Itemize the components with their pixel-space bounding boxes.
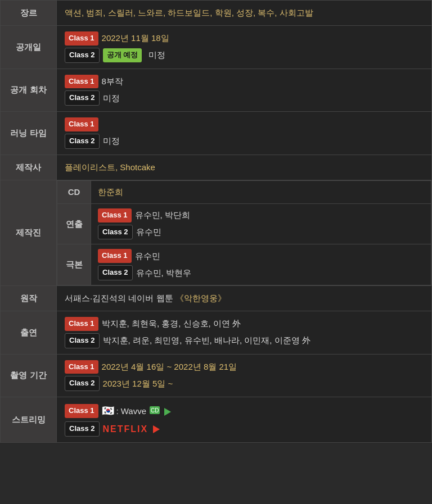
script-value: Class 1 유수민 Class 2 유수민, 박현우	[91, 244, 431, 285]
yeonyul-class2-text: 유수민	[136, 225, 161, 239]
cd-value: 한준희	[91, 180, 431, 203]
filming-class2-line: Class 2 2023년 12월 5일 ~	[65, 376, 424, 391]
filming-class1-line: Class 1 2022년 4월 16일 ~ 2022년 8월 21일	[65, 360, 424, 374]
runtime-row: 러닝 타임 Class 1 Class 2 미정	[1, 112, 432, 155]
link-icon[interactable]: CD	[150, 405, 160, 418]
wavve-play-arrow	[163, 405, 171, 418]
original-row: 원작 서패스·김진석의 네이버 웹툰 《악한영웅》	[1, 285, 432, 311]
studio-label: 제작사	[1, 155, 57, 180]
cast-class1-text: 박지훈, 최현욱, 홍경, 신승호, 이연 外	[102, 317, 241, 330]
original-label: 원작	[1, 285, 57, 311]
script-label: 극본	[57, 244, 91, 285]
cd-label: CD	[57, 180, 91, 203]
episodes-class1-text: 8부작	[102, 75, 123, 88]
cast-class2-text: 박지훈, 려운, 최민영, 유수빈, 배나라, 이민재, 이준영 外	[103, 334, 310, 347]
filming-value: Class 1 2022년 4월 16일 ~ 2022년 8월 21일 Clas…	[57, 354, 432, 397]
wavve-label: Wavve	[121, 405, 146, 418]
kr-flag-icon: 🇰🇷	[102, 403, 114, 419]
netflix-play-arrow	[151, 422, 160, 435]
class1-badge-stream: Class 1	[65, 404, 98, 418]
release-class1-text: 2022년 11월 18일	[102, 31, 169, 45]
class1-badge-yy: Class 1	[98, 208, 132, 223]
jejakjin-inner-table: CD 한준희 연출 Class 1 유수민, 박단희 Class 2	[57, 180, 431, 285]
filming-class1-text: 2022년 4월 16일 ~ 2022년 8월 21일	[102, 360, 237, 374]
class2-badge-sc: Class 2	[98, 265, 133, 280]
script-class1-text: 유수민	[135, 249, 160, 263]
runtime-label: 러닝 타임	[1, 112, 57, 155]
episodes-label: 공개 회차	[1, 69, 57, 112]
class2-badge-ep: Class 2	[65, 90, 100, 106]
streaming-value: Class 1 🇰🇷 : Wavve CD Class 2 NETFLIX	[57, 397, 432, 443]
studio-value: 플레이리스트, Shotcake	[57, 155, 432, 180]
release-class1-line: Class 1 2022년 11월 18일	[65, 31, 424, 46]
filming-label: 촬영 기간	[1, 354, 57, 397]
episodes-row: 공개 회차 Class 1 8부작 Class 2 미정	[1, 69, 432, 112]
class2-badge-yy: Class 2	[98, 225, 133, 240]
cast-class1-line: Class 1 박지훈, 최현욱, 홍경, 신승호, 이연 外	[65, 317, 424, 331]
yeonyul-class2-line: Class 2 유수민	[98, 225, 424, 240]
class2-badge-rt: Class 2	[65, 134, 100, 149]
filming-row: 촬영 기간 Class 1 2022년 4월 16일 ~ 2022년 8월 21…	[1, 354, 432, 397]
episodes-value: Class 1 8부작 Class 2 미정	[57, 69, 432, 112]
class1-badge-film: Class 1	[65, 360, 98, 374]
episodes-class1-line: Class 1 8부작	[65, 75, 424, 89]
class1-badge-cast: Class 1	[65, 317, 98, 331]
netflix-label: NETFLIX	[103, 422, 148, 437]
filming-class2-text: 2023년 12월 5일 ~	[103, 377, 173, 391]
studio-row: 제작사 플레이리스트, Shotcake	[1, 155, 432, 180]
script-class2-text: 유수민, 박현우	[136, 266, 191, 280]
script-row: 극본 Class 1 유수민 Class 2 유수민, 박현우	[57, 244, 431, 285]
genre-value: 액션, 범죄, 스릴러, 느와르, 하드보일드, 학원, 성장, 복수, 사회고…	[57, 1, 432, 26]
release-row: 공개일 Class 1 2022년 11월 18일 Class 2 공개 예정 …	[1, 26, 432, 69]
jejakjin-value: CD 한준희 연출 Class 1 유수민, 박단희 Class 2	[57, 180, 432, 285]
runtime-class1-line: Class 1	[65, 117, 424, 131]
cd-row: CD 한준희	[57, 180, 431, 203]
svg-text:CD: CD	[151, 407, 159, 414]
streaming-row: 스트리밍 Class 1 🇰🇷 : Wavve CD	[1, 397, 432, 443]
script-class2-line: Class 2 유수민, 박현우	[98, 265, 424, 280]
class2-badge-stream: Class 2	[65, 421, 100, 437]
original-title: 《악한영웅》	[176, 293, 226, 303]
cast-row: 출연 Class 1 박지훈, 최현욱, 홍경, 신승호, 이연 外 Class…	[1, 311, 432, 354]
release-label: 공개일	[1, 26, 57, 69]
runtime-value: Class 1 Class 2 미정	[57, 112, 432, 155]
runtime-class2-text: 미정	[103, 134, 120, 148]
yeonyul-row: 연출 Class 1 유수민, 박단희 Class 2 유수민	[57, 203, 431, 244]
runtime-class2-line: Class 2 미정	[65, 134, 424, 149]
jejakjin-label: 제작진	[1, 180, 57, 285]
cd-name: 한준희	[98, 187, 123, 197]
episodes-class2-line: Class 2 미정	[65, 90, 424, 106]
episodes-class2-text: 미정	[103, 92, 120, 105]
yeonyul-value: Class 1 유수민, 박단희 Class 2 유수민	[91, 203, 431, 244]
release-value: Class 1 2022년 11월 18일 Class 2 공개 예정 미정	[57, 26, 432, 69]
class1-badge-sc: Class 1	[98, 249, 132, 263]
yeonyul-class1-line: Class 1 유수민, 박단희	[98, 208, 424, 223]
info-table: 장르 액션, 범죄, 스릴러, 느와르, 하드보일드, 학원, 성장, 복수, …	[0, 0, 432, 443]
streaming-class1-line: Class 1 🇰🇷 : Wavve CD	[65, 403, 424, 419]
genre-label: 장르	[1, 1, 57, 26]
cast-value: Class 1 박지훈, 최현욱, 홍경, 신승호, 이연 外 Class 2 …	[57, 311, 432, 354]
class2-badge: Class 2	[65, 48, 100, 63]
class1-badge-ep: Class 1	[65, 75, 98, 89]
script-class1-line: Class 1 유수민	[98, 249, 424, 263]
cast-class2-line: Class 2 박지훈, 려운, 최민영, 유수빈, 배나라, 이민재, 이준영…	[65, 333, 424, 348]
streaming-label: 스트리밍	[1, 397, 57, 443]
yeonyul-class1-text: 유수민, 박단희	[135, 208, 190, 222]
class1-badge: Class 1	[65, 31, 98, 46]
jejakjin-row: 제작진 CD 한준희 연출 Class 1 유수민, 박단희	[1, 180, 432, 285]
original-value: 서패스·김진석의 네이버 웹툰 《악한영웅》	[57, 285, 432, 311]
yeonyul-label: 연출	[57, 203, 91, 244]
streaming-class2-line: Class 2 NETFLIX	[65, 421, 424, 437]
original-prefix: 서패스·김진석의 네이버 웹툰	[65, 293, 173, 303]
cast-label: 출연	[1, 311, 57, 354]
class2-badge-cast: Class 2	[65, 333, 100, 348]
class2-badge-film: Class 2	[65, 376, 100, 391]
class1-badge-rt: Class 1	[65, 117, 98, 131]
genre-row: 장르 액션, 범죄, 스릴러, 느와르, 하드보일드, 학원, 성장, 복수, …	[1, 1, 432, 26]
release-class2-text: 미정	[148, 48, 165, 62]
open-scheduled-badge: 공개 예정	[103, 48, 142, 62]
release-class2-line: Class 2 공개 예정 미정	[65, 48, 424, 63]
